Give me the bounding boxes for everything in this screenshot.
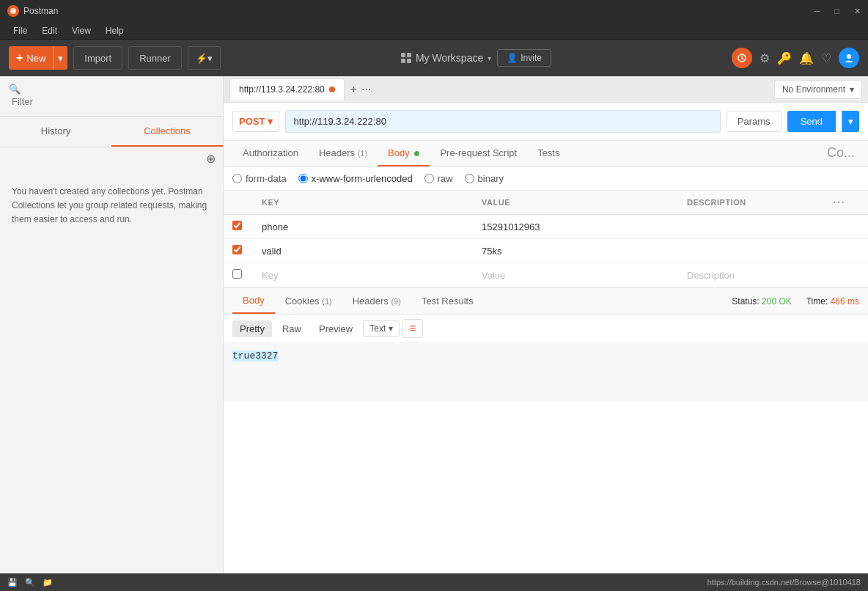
status-value: 200 OK <box>762 296 792 306</box>
params-button[interactable]: Params <box>727 111 781 132</box>
resp-tab-body[interactable]: Body <box>232 288 275 314</box>
sidebar-empty-message: You haven't created any collections yet.… <box>0 170 223 242</box>
form-data-option[interactable]: form-data <box>232 173 287 184</box>
row1-value[interactable]: 15291012963 <box>473 215 678 239</box>
col-header-description: DESCRIPTION <box>678 191 824 215</box>
format-selector[interactable]: Text ▾ <box>363 320 400 337</box>
row3-desc-placeholder[interactable]: Description <box>678 263 824 287</box>
tab-collections[interactable]: Collections <box>111 117 223 147</box>
col-header-actions: ··· <box>824 191 868 215</box>
minimize-btn[interactable]: ─ <box>814 7 820 16</box>
col-header-check <box>224 191 253 215</box>
col-header-value: VALUE <box>473 191 678 215</box>
url-input[interactable] <box>285 110 720 133</box>
params-table: KEY VALUE DESCRIPTION ··· phone 15291012… <box>224 191 868 287</box>
send-button[interactable]: Send <box>787 111 836 132</box>
invite-label: Invite <box>521 53 542 63</box>
tab-history[interactable]: History <box>0 117 111 147</box>
toolbar-right: ⚙ 🔑 🔔 ♡ <box>732 48 859 68</box>
invite-button[interactable]: 👤 Invite <box>497 49 551 67</box>
time-value: 466 ms <box>831 296 859 306</box>
menu-view[interactable]: View <box>65 24 98 37</box>
row3-key-placeholder[interactable]: Key <box>253 263 473 287</box>
row2-value[interactable]: 75ks <box>473 239 678 263</box>
status-folder-icon[interactable]: 📁 <box>43 578 53 587</box>
tab-headers[interactable]: Headers (1) <box>309 141 378 166</box>
svg-point-0 <box>10 8 16 14</box>
new-collection-btn[interactable]: ⊕ <box>206 152 216 166</box>
main-layout: 🔍 History Collections ⊕ You haven't crea… <box>0 76 868 573</box>
resp-tab-cookies[interactable]: Cookies (1) <box>275 289 342 313</box>
raw-btn[interactable]: Raw <box>275 320 309 337</box>
workspace-chevron-icon: ▾ <box>488 54 491 62</box>
row1-checkbox[interactable] <box>232 221 242 230</box>
menu-file[interactable]: File <box>6 24 34 37</box>
table-row-empty: Key Value Description <box>224 263 868 287</box>
tab-body[interactable]: Body <box>378 141 430 166</box>
environment-selector[interactable]: No Environment ▾ <box>774 80 862 99</box>
resp-tab-test-results[interactable]: Test Results <box>411 289 484 313</box>
workspace-name: My Workspace <box>416 52 483 64</box>
response-toolbar: Pretty Raw Preview Text ▾ ≡ <box>224 315 868 343</box>
key-icon[interactable]: 🔑 <box>777 51 792 65</box>
close-btn[interactable]: ✕ <box>854 7 861 16</box>
raw-option[interactable]: raw <box>424 173 453 184</box>
tab-more-btn[interactable]: ··· <box>361 83 371 96</box>
row2-desc[interactable] <box>678 239 824 263</box>
search-input[interactable] <box>9 95 196 109</box>
new-dropdown-arrow[interactable]: ▾ <box>53 46 67 70</box>
response-body: true3327 <box>224 343 868 402</box>
response-tabs-bar: Body Cookies (1) Headers (9) Test Result… <box>224 288 868 315</box>
method-value: POST <box>239 116 265 127</box>
resp-tab-headers[interactable]: Headers (9) <box>342 289 411 313</box>
heart-icon[interactable]: ♡ <box>821 51 831 65</box>
request-tab[interactable]: http://119.3.24.222:80 <box>229 78 345 100</box>
format-value: Text <box>369 323 386 334</box>
extra-button[interactable]: ⚡▾ <box>188 46 221 70</box>
body-options: form-data x-www-form-urlencoded raw bina… <box>224 167 868 191</box>
new-button[interactable]: + New ▾ <box>9 46 67 70</box>
new-tab-btn[interactable]: + <box>350 83 357 96</box>
workspace-selector[interactable]: My Workspace ▾ <box>401 52 491 64</box>
import-button[interactable]: Import <box>73 46 122 70</box>
tab-tests[interactable]: Tests <box>527 141 570 166</box>
row2-checkbox[interactable] <box>232 245 242 254</box>
maximize-btn[interactable]: □ <box>834 7 839 16</box>
env-selector-container: No Environment ▾ <box>774 80 862 99</box>
menu-help[interactable]: Help <box>98 24 131 37</box>
status-save-icon[interactable]: 💾 <box>7 578 18 587</box>
app-logo: Postman <box>7 5 58 17</box>
sidebar-search-bar: 🔍 <box>0 76 223 117</box>
table-more-btn[interactable]: ··· <box>833 197 846 208</box>
col-header-key: KEY <box>253 191 473 215</box>
pretty-btn[interactable]: Pretty <box>232 320 272 337</box>
tab-pre-request[interactable]: Pre-request Script <box>430 141 527 166</box>
binary-option[interactable]: binary <box>465 173 504 184</box>
send-dropdown-btn[interactable]: ▾ <box>842 111 859 132</box>
time-label: Time: 466 ms <box>806 296 859 306</box>
x-www-form-urlencoded-option[interactable]: x-www-form-urlencoded <box>298 173 413 184</box>
status-search-icon[interactable]: 🔍 <box>25 578 35 587</box>
bell-icon[interactable]: 🔔 <box>799 51 814 65</box>
sidebar-toolbar: ⊕ <box>0 147 223 170</box>
sync-icon[interactable] <box>732 48 752 68</box>
wrap-button[interactable]: ≡ <box>402 319 422 338</box>
menu-edit[interactable]: Edit <box>34 24 65 37</box>
more-actions-btn[interactable]: Co... <box>823 141 859 166</box>
row3-value-placeholder[interactable]: Value <box>473 263 678 287</box>
svg-point-2 <box>847 54 851 59</box>
settings-icon[interactable]: ⚙ <box>760 51 770 65</box>
tab-authorization[interactable]: Authorization <box>232 141 309 166</box>
logo-icon <box>7 5 19 17</box>
env-chevron-icon: ▾ <box>850 84 854 95</box>
preview-btn[interactable]: Preview <box>312 320 360 337</box>
row1-key[interactable]: phone <box>253 215 473 239</box>
response-area: Body Cookies (1) Headers (9) Test Result… <box>224 287 868 402</box>
row2-key[interactable]: valid <box>253 239 473 263</box>
user-avatar[interactable] <box>839 48 859 68</box>
runner-button[interactable]: Runner <box>128 46 182 70</box>
row3-checkbox[interactable] <box>232 269 242 279</box>
row1-desc[interactable] <box>678 215 824 239</box>
method-selector[interactable]: POST ▾ <box>232 111 279 132</box>
status-bar-left: 💾 🔍 📁 <box>7 578 53 587</box>
